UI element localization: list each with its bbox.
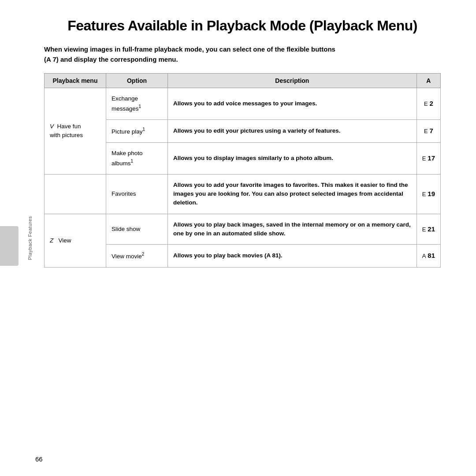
option-sup: 1 [139, 104, 141, 109]
option-cell: Exchange messages1 [106, 88, 168, 120]
side-tab [0, 226, 19, 266]
ref-letter: A [422, 253, 426, 259]
subtitle-line2: (A 7) and display the corresponding menu… [44, 56, 178, 63]
option-sup: 1 [143, 127, 145, 132]
description-text: Allows you to add voice messages to your… [173, 100, 317, 107]
ref-cell: E 7 [416, 120, 440, 143]
option-cell: Picture play1 [106, 120, 168, 143]
playback-menu-cell-view: Z View [45, 214, 106, 267]
option-cell: Slide show [106, 214, 168, 245]
ref-cell: E 19 [416, 174, 440, 214]
header-description: Description [168, 74, 417, 88]
option-cell: Make photo albums1 [106, 142, 168, 174]
option-sup: 1 [131, 159, 134, 164]
playback-menu-cell-have-fun: V Have funwith pictures [45, 88, 106, 175]
description-text: Allows you to edit your pictures using a… [173, 127, 341, 134]
description-text: Allows you to play back images, saved in… [173, 221, 411, 237]
table-row: V Have funwith picturesExchange messages… [45, 88, 441, 120]
description-text: Allows you to display images similarly t… [173, 155, 333, 161]
ref-cell: E 2 [416, 88, 440, 120]
playback-menu-cell-blank [45, 174, 106, 214]
option-text: Make photo albums [112, 150, 143, 167]
playback-symbol: V [50, 123, 54, 130]
description-cell: Allows you to add your favorite images t… [168, 174, 417, 214]
ref-number: 17 [428, 154, 435, 162]
ref-letter: E [422, 155, 426, 162]
description-cell: Allows you to add voice messages to your… [168, 88, 417, 120]
header-a: A [416, 74, 440, 88]
description-text: Allows you to play back movies (A 81). [173, 252, 283, 259]
ref-letter: E [422, 191, 426, 197]
ref-number: 81 [428, 252, 435, 259]
option-cell: View movie2 [106, 245, 168, 268]
page-number: 66 [35, 455, 43, 463]
subtitle: When viewing images in full-frame playba… [44, 45, 441, 64]
description-text: Allows you to add your favorite images t… [173, 182, 408, 206]
ref-number: 2 [429, 100, 433, 107]
description-cell: Allows you to play back movies (A 81). [168, 245, 417, 268]
description-cell: Allows you to play back images, saved in… [168, 214, 417, 245]
page-container: Playback Features Features Available in … [0, 0, 476, 476]
subtitle-line1: When viewing images in full-frame playba… [44, 45, 335, 53]
description-cell: Allows you to display images similarly t… [168, 142, 417, 174]
ref-letter: E [424, 100, 428, 107]
features-table: Playback menu Option Description A V Hav… [44, 73, 441, 268]
ref-number: 21 [428, 225, 435, 233]
option-text: View movie [112, 253, 142, 260]
ref-number: 19 [428, 190, 435, 197]
option-text: Favorites [112, 190, 136, 197]
ref-cell: A 81 [416, 245, 440, 268]
table-row: Z ViewSlide showAllows you to play back … [45, 214, 441, 245]
option-cell: Favorites [106, 174, 168, 214]
ref-cell: E 17 [416, 142, 440, 174]
option-text: Slide show [112, 226, 140, 232]
option-text: Exchange messages [112, 95, 139, 112]
ref-letter: E [422, 226, 426, 233]
page-title: Features Available in Playback Mode (Pla… [44, 18, 441, 34]
side-label: Playback Features [27, 216, 33, 260]
header-playback-menu: Playback menu [45, 74, 106, 88]
description-cell: Allows you to edit your pictures using a… [168, 120, 417, 143]
ref-cell: E 21 [416, 214, 440, 245]
ref-number: 7 [429, 127, 433, 134]
table-row: FavoritesAllows you to add your favorite… [45, 174, 441, 214]
playback-symbol-z: Z [50, 237, 53, 244]
table-header-row: Playback menu Option Description A [45, 74, 441, 88]
ref-letter: E [424, 128, 428, 134]
option-text: Picture play [112, 128, 143, 135]
option-sup: 2 [142, 252, 145, 257]
header-option: Option [106, 74, 168, 88]
